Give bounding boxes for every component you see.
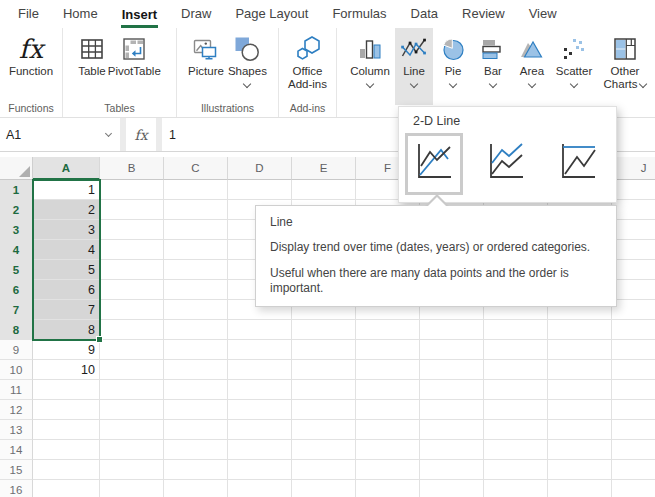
cell-C8[interactable] xyxy=(164,320,228,340)
cell-B4[interactable] xyxy=(100,240,164,260)
cell-C5[interactable] xyxy=(164,260,228,280)
cell-H14[interactable] xyxy=(484,440,548,460)
cell-C1[interactable] xyxy=(164,180,228,200)
cell-G16[interactable] xyxy=(420,480,484,497)
cell-C2[interactable] xyxy=(164,200,228,220)
cell-G9[interactable] xyxy=(420,340,484,360)
cell-B12[interactable] xyxy=(100,400,164,420)
insert-function-button[interactable]: fx xyxy=(126,118,156,151)
cell-H12[interactable] xyxy=(484,400,548,420)
column-header-D[interactable]: D xyxy=(228,157,292,180)
table-button[interactable]: Table xyxy=(78,28,106,78)
stacked-line-option[interactable] xyxy=(477,133,535,195)
row-header-3[interactable]: 3 xyxy=(0,220,33,240)
cell-A8[interactable]: 8 xyxy=(33,320,100,340)
row-header-8[interactable]: 8 xyxy=(0,320,33,340)
cell-C9[interactable] xyxy=(164,340,228,360)
cell-J13[interactable] xyxy=(612,420,655,440)
cell-J3[interactable] xyxy=(612,220,655,240)
cell-I8[interactable] xyxy=(548,320,612,340)
function-button[interactable]: fx Function xyxy=(9,28,53,78)
cell-H8[interactable] xyxy=(484,320,548,340)
cell-G13[interactable] xyxy=(420,420,484,440)
bar-chart-button[interactable]: Bar xyxy=(473,28,513,87)
cell-B5[interactable] xyxy=(100,260,164,280)
cell-E12[interactable] xyxy=(292,400,356,420)
column-header-C[interactable]: C xyxy=(164,157,228,180)
cell-H13[interactable] xyxy=(484,420,548,440)
menu-tab-insert[interactable]: Insert xyxy=(121,0,158,28)
row-header-6[interactable]: 6 xyxy=(0,280,33,300)
cell-A5[interactable]: 5 xyxy=(33,260,100,280)
column-chart-button[interactable]: Column xyxy=(345,28,395,87)
cell-J9[interactable] xyxy=(612,340,655,360)
cell-E10[interactable] xyxy=(292,360,356,380)
cell-G12[interactable] xyxy=(420,400,484,420)
cell-J8[interactable] xyxy=(612,320,655,340)
fill-handle[interactable] xyxy=(96,336,103,343)
cell-B11[interactable] xyxy=(100,380,164,400)
cell-G11[interactable] xyxy=(420,380,484,400)
cell-F9[interactable] xyxy=(356,340,420,360)
cell-B8[interactable] xyxy=(100,320,164,340)
menu-tab-review[interactable]: Review xyxy=(461,0,506,28)
cell-A14[interactable] xyxy=(33,440,100,460)
row-header-5[interactable]: 5 xyxy=(0,260,33,280)
column-header-A[interactable]: A xyxy=(33,157,100,180)
cell-F13[interactable] xyxy=(356,420,420,440)
menu-tab-page-layout[interactable]: Page Layout xyxy=(234,0,309,28)
row-header-4[interactable]: 4 xyxy=(0,240,33,260)
cell-J15[interactable] xyxy=(612,460,655,480)
cell-H15[interactable] xyxy=(484,460,548,480)
cell-F15[interactable] xyxy=(356,460,420,480)
cell-J1[interactable] xyxy=(612,180,655,200)
cell-I11[interactable] xyxy=(548,380,612,400)
name-box[interactable]: A1 xyxy=(0,118,120,151)
cell-E9[interactable] xyxy=(292,340,356,360)
row-header-15[interactable]: 15 xyxy=(0,460,33,480)
cell-D8[interactable] xyxy=(228,320,292,340)
other-charts-button[interactable]: Other Charts xyxy=(597,28,653,91)
cell-C11[interactable] xyxy=(164,380,228,400)
cell-J6[interactable] xyxy=(612,280,655,300)
cell-H16[interactable] xyxy=(484,480,548,497)
cell-B7[interactable] xyxy=(100,300,164,320)
cell-F10[interactable] xyxy=(356,360,420,380)
cell-I13[interactable] xyxy=(548,420,612,440)
area-chart-button[interactable]: Area xyxy=(513,28,551,87)
cell-E1[interactable] xyxy=(292,180,356,200)
cell-A13[interactable] xyxy=(33,420,100,440)
cell-B15[interactable] xyxy=(100,460,164,480)
cell-J14[interactable] xyxy=(612,440,655,460)
row-header-10[interactable]: 10 xyxy=(0,360,33,380)
row-header-16[interactable]: 16 xyxy=(0,480,33,497)
menu-tab-view[interactable]: View xyxy=(528,0,558,28)
cell-B9[interactable] xyxy=(100,340,164,360)
row-header-9[interactable]: 9 xyxy=(0,340,33,360)
cell-A11[interactable] xyxy=(33,380,100,400)
cell-G8[interactable] xyxy=(420,320,484,340)
cell-A3[interactable]: 3 xyxy=(33,220,100,240)
cell-B6[interactable] xyxy=(100,280,164,300)
scatter-chart-button[interactable]: Scatter xyxy=(551,28,597,87)
cell-J16[interactable] xyxy=(612,480,655,497)
cell-G10[interactable] xyxy=(420,360,484,380)
cell-E11[interactable] xyxy=(292,380,356,400)
picture-button[interactable]: Picture xyxy=(188,28,224,78)
row-header-13[interactable]: 13 xyxy=(0,420,33,440)
cell-I9[interactable] xyxy=(548,340,612,360)
menu-tab-file[interactable]: File xyxy=(17,0,40,28)
cell-B13[interactable] xyxy=(100,420,164,440)
row-header-12[interactable]: 12 xyxy=(0,400,33,420)
cell-B2[interactable] xyxy=(100,200,164,220)
cell-J2[interactable] xyxy=(612,200,655,220)
menu-tab-home[interactable]: Home xyxy=(62,0,99,28)
cell-I10[interactable] xyxy=(548,360,612,380)
pivottable-button[interactable]: PivotTable xyxy=(108,28,161,78)
cell-C15[interactable] xyxy=(164,460,228,480)
cell-C10[interactable] xyxy=(164,360,228,380)
cell-D10[interactable] xyxy=(228,360,292,380)
cell-D9[interactable] xyxy=(228,340,292,360)
cell-E14[interactable] xyxy=(292,440,356,460)
column-header-E[interactable]: E xyxy=(292,157,356,180)
